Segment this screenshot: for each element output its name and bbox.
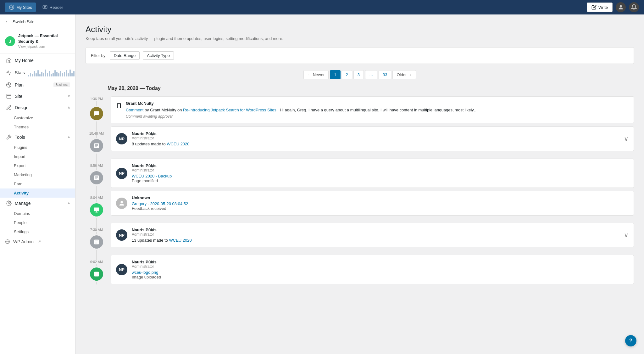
filter-type-button[interactable]: Activity Type: [143, 51, 174, 60]
sidebar-subitem-marketing[interactable]: Marketing: [0, 170, 75, 179]
sidebar-item-manage[interactable]: Manage ∧: [0, 198, 75, 209]
activity-entry-2: 10:48 AM NP Nauris Pūķis Administrator 8…: [86, 126, 634, 159]
manage-chevron-icon: ∧: [68, 201, 70, 205]
activity-time-4: 8:04 AM: [90, 196, 103, 199]
sidebar-item-tools[interactable]: Tools ∧: [0, 132, 75, 143]
site-info: J Jetpack — Essential Security & View je…: [0, 29, 75, 53]
activity-icon-2: [90, 139, 103, 152]
activity-time-3: 8:56 AM: [90, 164, 103, 167]
activity-card-2[interactable]: NP Nauris Pūķis Administrator 8 updates …: [111, 126, 634, 151]
page-desc: Keep tabs on all your site's activity — …: [86, 36, 634, 41]
wp-admin-label: WP Admin: [13, 239, 34, 244]
sidebar-item-label-plan: Plan: [15, 82, 50, 87]
page-1-button[interactable]: 1: [330, 70, 340, 79]
sidebar-subitem-settings[interactable]: Settings: [0, 227, 75, 236]
sidebar-subitem-activity[interactable]: Activity: [0, 188, 75, 198]
page-title: Activity: [86, 25, 634, 34]
sidebar-item-plan[interactable]: Plan Business: [0, 79, 75, 91]
help-button[interactable]: ?: [625, 335, 636, 346]
activity-card-6: NP Nauris Pūķis Administrator wceu-logo.…: [111, 255, 634, 284]
older-page-button[interactable]: Older →: [392, 70, 416, 79]
topbar: My Sites Reader Write: [0, 0, 644, 14]
layout: ← Switch Site J Jetpack — Essential Secu…: [0, 14, 644, 354]
site-name: Jetpack — Essential Security &: [18, 33, 70, 44]
notifications-icon[interactable]: [629, 2, 639, 12]
sidebar-subitem-people[interactable]: People: [0, 218, 75, 227]
activity-user-6: Nauris Pūķis: [132, 260, 629, 264]
activity-content-5: Nauris Pūķis Administrator 13 updates ma…: [132, 228, 619, 243]
sidebar-subitem-earn[interactable]: Earn: [0, 179, 75, 188]
activity-link-3[interactable]: WCEU 2020 - Backup: [132, 174, 172, 178]
activity-desc-6: wceu-logo.png: [132, 270, 629, 275]
design-chevron-icon: ∧: [68, 105, 70, 110]
activity-time-6: 6:02 AM: [90, 260, 103, 264]
plan-badge: Business: [53, 82, 70, 87]
site-logo: J: [5, 36, 15, 46]
stats-mini-chart: [28, 69, 75, 76]
avatar-3: NP: [116, 168, 127, 179]
sidebar: ← Switch Site J Jetpack — Essential Secu…: [0, 14, 75, 354]
sidebar-item-wp-admin[interactable]: WP Admin ↗: [0, 236, 75, 247]
my-sites-label: My Sites: [16, 5, 32, 10]
reader-tab[interactable]: Reader: [38, 3, 67, 12]
activity-card-5[interactable]: NP Nauris Pūķis Administrator 13 updates…: [111, 223, 634, 247]
sidebar-subitem-import[interactable]: Import: [0, 152, 75, 161]
sidebar-subitem-plugins[interactable]: Plugins: [0, 143, 75, 152]
sidebar-subitem-customize[interactable]: Customize: [0, 113, 75, 122]
expand-icon-5[interactable]: ∨: [624, 231, 629, 239]
sidebar-subitem-export[interactable]: Export: [0, 161, 75, 170]
activity-content-1: Grant McNulty Comment by Grant McNulty o…: [126, 101, 629, 119]
expand-icon-2[interactable]: ∨: [624, 135, 629, 143]
activity-list: 1:36 PM ⊓ Grant McNulty Comment: [86, 96, 634, 287]
user-avatar-icon[interactable]: [616, 2, 626, 12]
activity-link-2[interactable]: WCEU 2020: [167, 142, 189, 146]
svg-point-26: [95, 273, 96, 274]
page-33-button[interactable]: 33: [379, 70, 391, 79]
activity-user-2: Nauris Pūķis: [132, 131, 619, 136]
back-arrow-icon: ←: [5, 19, 10, 25]
activity-subdesc-6: Image uploaded: [132, 275, 629, 279]
activity-user-1: Grant McNulty: [126, 101, 629, 106]
newer-page-button[interactable]: ← Newer: [303, 70, 329, 79]
activity-desc-5: 13 updates made to WCEU 2020: [132, 238, 619, 243]
activity-role-3: Administrator: [132, 168, 629, 172]
activity-icon-4: [90, 203, 103, 216]
external-link-icon: ↗: [38, 239, 41, 244]
page-ellipsis: …: [365, 70, 377, 79]
tools-chevron-icon: ∧: [68, 135, 70, 139]
activity-link-4[interactable]: Gregory - 2020-05-20 08:04:52: [132, 201, 188, 206]
activity-link-comment[interactable]: Comment: [126, 108, 143, 112]
activity-role-5: Administrator: [132, 232, 619, 237]
sidebar-item-label-site: Site: [15, 94, 64, 99]
switch-site[interactable]: ← Switch Site: [0, 14, 75, 29]
page-2-button[interactable]: 2: [342, 70, 352, 79]
activity-link-6[interactable]: wceu-logo.png: [132, 270, 158, 275]
activity-desc-2: 8 updates made to WCEU 2020: [132, 142, 619, 146]
filter-date-button[interactable]: Date Range: [110, 51, 140, 60]
activity-icon-3: [90, 171, 103, 184]
activity-entry-4: 8:04 AM Unknown Gregory - 2020-05-20 08:: [86, 191, 634, 223]
activity-subdesc-3: Page modified: [132, 178, 629, 183]
date-heading: May 20, 2020 — Today: [86, 86, 634, 91]
sidebar-item-stats[interactable]: Stats: [0, 66, 75, 79]
activity-link-post[interactable]: Re-introducing Jetpack Search for WordPr…: [183, 108, 276, 112]
site-url[interactable]: View jetpack.com: [18, 44, 70, 49]
activity-card-4: Unknown Gregory - 2020-05-20 08:04:52 Fe…: [111, 191, 634, 216]
activity-user-3: Nauris Pūķis: [132, 163, 629, 168]
my-sites-tab[interactable]: My Sites: [5, 3, 36, 12]
activity-user-5: Nauris Pūķis: [132, 228, 619, 232]
activity-content-6: Nauris Pūķis Administrator wceu-logo.png…: [132, 260, 629, 279]
activity-link-5[interactable]: WCEU 2020: [169, 238, 192, 243]
activity-user-4: Unknown: [132, 195, 629, 200]
sidebar-item-my-home[interactable]: My Home: [0, 55, 75, 66]
site-details: Jetpack — Essential Security & View jetp…: [18, 33, 70, 49]
activity-desc-3: WCEU 2020 - Backup: [132, 174, 629, 178]
sidebar-subitem-themes[interactable]: Themes: [0, 122, 75, 132]
write-button[interactable]: Write: [587, 3, 613, 12]
pagination: ← Newer 1 2 3 … 33 Older →: [86, 70, 634, 79]
page-3-button[interactable]: 3: [353, 70, 364, 79]
sidebar-item-site[interactable]: Site ∨: [0, 91, 75, 102]
activity-card-1: ⊓ Grant McNulty Comment by Grant McNulty…: [111, 96, 634, 123]
sidebar-item-design[interactable]: Design ∧: [0, 102, 75, 113]
sidebar-subitem-domains[interactable]: Domains: [0, 209, 75, 218]
